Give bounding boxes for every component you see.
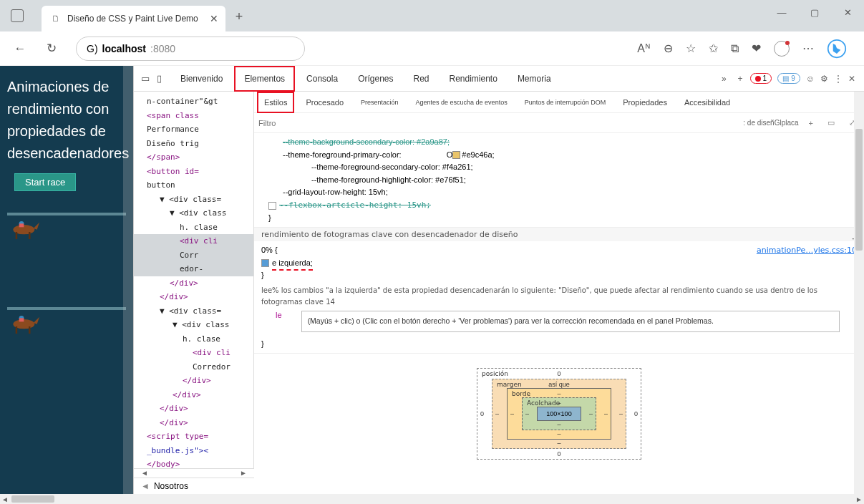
box-model-diagram[interactable]: posición 0 0 0 0 margen así que – – –: [477, 368, 641, 460]
page-scrollbar[interactable]: [123, 66, 133, 494]
settings-gear-icon[interactable]: ⚙: [820, 74, 828, 84]
new-tab-icon[interactable]: +: [738, 74, 743, 84]
styles-scrollbar[interactable]: [854, 92, 864, 494]
dom-node[interactable]: Corr: [134, 248, 253, 263]
new-style-icon[interactable]: +: [809, 119, 813, 127]
devtools-close-icon[interactable]: ✕: [848, 74, 855, 84]
browser-tab[interactable]: 🗋 Diseño de CSS y Paint Live Demo ✕: [42, 6, 225, 32]
css-property[interactable]: --theme-foreground-secondary-color: #f4a…: [261, 161, 857, 174]
css-property[interactable]: --grid-layout-row-height: 15vh;: [261, 186, 857, 199]
dom-node[interactable]: ▼ <div class: [134, 206, 253, 220]
css-property[interactable]: --flexbox-artcicle-height: 15vh;: [261, 199, 857, 212]
inspect-element-icon[interactable]: ▭: [141, 73, 150, 84]
subtab-procesado[interactable]: Procesado: [300, 92, 349, 113]
breadcrumb[interactable]: ◄Nosotros: [134, 478, 254, 494]
css-rule-block[interactable]: --theme-background-secondary-color: #2a9…: [254, 133, 864, 228]
error-count-badge[interactable]: 1: [750, 73, 772, 84]
css-source-link[interactable]: animationPe…yles.css:10: [757, 244, 857, 257]
more-icon[interactable]: ⋯: [802, 42, 814, 55]
devtools-more-icon[interactable]: ⋮: [834, 74, 843, 84]
window-scrollbar[interactable]: ◄ ►: [0, 494, 864, 504]
tab-consola[interactable]: Consola: [298, 66, 346, 92]
css-rule-block[interactable]: 0% { animationPe…yles.css:10 e izquierda…: [254, 241, 864, 354]
window-close-button[interactable]: ✕: [831, 0, 864, 24]
scroll-right-icon[interactable]: ►: [855, 495, 863, 503]
tab-memoria[interactable]: Memoria: [509, 66, 560, 92]
dom-scrollbar[interactable]: ◄►: [134, 468, 254, 478]
tab-red[interactable]: Red: [404, 66, 437, 92]
more-tabs-icon[interactable]: »: [722, 74, 727, 84]
dom-node[interactable]: </div>: [134, 388, 253, 402]
tab-rendimiento[interactable]: Rendimiento: [441, 66, 506, 92]
dom-node[interactable]: </span>: [134, 150, 253, 165]
selector-line: rendimiento de fotogramas clave con dese…: [254, 228, 864, 241]
css-property[interactable]: --theme-background-secondary-color: #2a9…: [261, 136, 857, 149]
dom-node[interactable]: ▼ <div class=: [134, 304, 253, 319]
dom-node[interactable]: ▼ <div class=: [134, 193, 253, 207]
dom-node[interactable]: Diseño trig: [134, 137, 253, 151]
dom-node[interactable]: n-container"&gt: [134, 94, 253, 109]
subtab-event-listeners[interactable]: Agentes de escucha de eventos: [410, 92, 513, 113]
start-race-button[interactable]: Start race: [14, 173, 76, 191]
tab-bienvenido[interactable]: Bienvenido: [172, 66, 231, 92]
tab-elementos[interactable]: Elementos: [234, 66, 295, 92]
css-property[interactable]: --theme-foreground-primary-color: O#e9c4…: [261, 149, 857, 162]
devtools-tabs: ▭ ▯ Bienvenido Elementos Consola Orígene…: [134, 66, 864, 92]
closing-brace: }: [261, 339, 264, 348]
zoom-out-icon[interactable]: ⊖: [664, 42, 673, 55]
subtab-dom-breakpoints[interactable]: Puntos de interrupción DOM: [519, 92, 612, 113]
new-tab-button[interactable]: +: [236, 9, 243, 24]
message-count-badge[interactable]: ▤ 9: [777, 73, 800, 84]
dom-node[interactable]: Corredor: [134, 360, 253, 374]
refresh-button[interactable]: ↻: [37, 36, 66, 62]
app-menu-button[interactable]: [0, 0, 34, 32]
profile-avatar-icon[interactable]: [774, 41, 790, 57]
url-input[interactable]: G) localhost :8080: [76, 37, 305, 61]
window-minimize-button[interactable]: —: [765, 0, 798, 24]
dom-node[interactable]: h. clase: [134, 220, 253, 235]
dom-node[interactable]: </div>: [134, 290, 253, 304]
dom-node[interactable]: h. clase: [134, 332, 253, 346]
css-property[interactable]: --theme-foreground-highlight-color: #e76…: [261, 174, 857, 187]
bing-chat-icon[interactable]: [827, 39, 847, 59]
dom-node[interactable]: <div cli: [134, 346, 253, 360]
keyframe-percent: 0% {: [261, 246, 278, 254]
computed-icon[interactable]: ▭: [827, 118, 835, 127]
dom-node[interactable]: </div>: [134, 416, 253, 430]
title-bar: 🗋 Diseño de CSS y Paint Live Demo ✕ + — …: [0, 0, 864, 32]
back-button[interactable]: ←: [6, 36, 34, 62]
scrollbar-thumb[interactable]: [11, 495, 853, 503]
performance-icon[interactable]: ❤: [752, 42, 761, 55]
dom-node[interactable]: <script type=: [134, 430, 253, 444]
dom-tree[interactable]: n-container"&gt<span classPerformanceDis…: [134, 92, 254, 468]
dom-node[interactable]: <button id=: [134, 165, 253, 179]
read-aloud-icon[interactable]: Aᴺ: [637, 42, 651, 55]
css-property[interactable]: e izquierda;: [272, 258, 313, 267]
scroll-left-icon[interactable]: ◄: [1, 495, 9, 503]
collections-icon[interactable]: ⧉: [731, 42, 739, 55]
dom-node[interactable]: Performance: [134, 122, 253, 137]
dom-node[interactable]: </body>: [134, 457, 253, 468]
dom-node[interactable]: <div cli: [134, 234, 253, 248]
tab-close-icon[interactable]: ✕: [210, 13, 218, 24]
subtab-presentacion[interactable]: Presentación: [355, 92, 404, 113]
tab-origenes[interactable]: Orígenes: [349, 66, 402, 92]
subtab-accesibilidad[interactable]: Accesibilidad: [679, 92, 736, 113]
subtab-estilos[interactable]: Estilos: [257, 92, 294, 113]
favorites-menu-icon[interactable]: ✩: [709, 42, 718, 55]
window-maximize-button[interactable]: ▢: [798, 0, 831, 24]
dom-node[interactable]: </div>: [134, 374, 253, 388]
subtab-propiedades[interactable]: Propiedades: [617, 92, 673, 113]
favorite-icon[interactable]: ☆: [686, 42, 696, 55]
feedback-icon[interactable]: ☺: [806, 74, 815, 84]
dom-node[interactable]: </div>: [134, 276, 253, 291]
dom-node[interactable]: _bundle.js"><: [134, 444, 253, 458]
dom-node[interactable]: edor-: [134, 262, 253, 276]
device-toggle-icon[interactable]: ▯: [157, 73, 162, 84]
property-toggle-checkbox[interactable]: [261, 259, 269, 267]
dom-node[interactable]: <span class: [134, 109, 253, 123]
dom-node[interactable]: button: [134, 178, 253, 193]
styles-filter-input[interactable]: [258, 119, 737, 127]
dom-node[interactable]: </div>: [134, 402, 253, 416]
dom-node[interactable]: ▼ <div class: [134, 318, 253, 332]
